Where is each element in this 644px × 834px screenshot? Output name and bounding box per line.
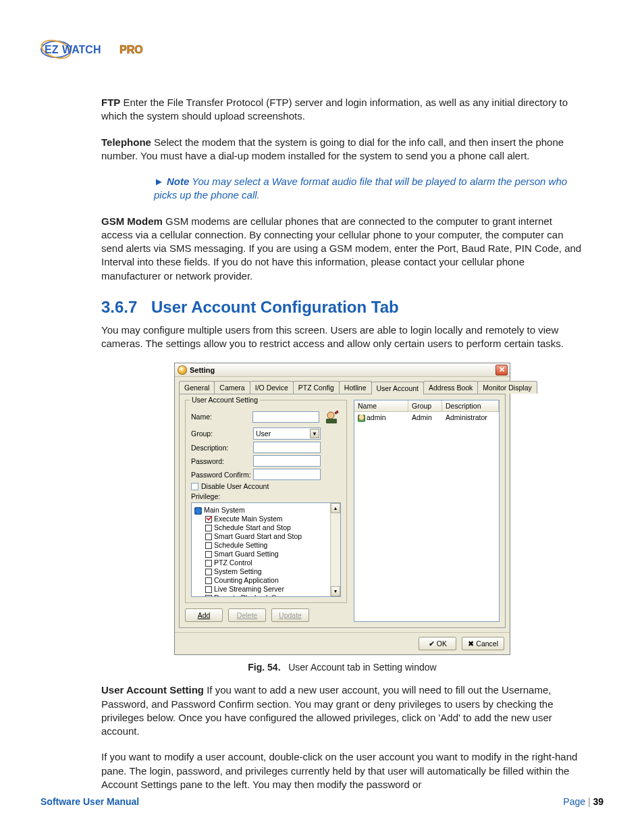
priv-label: Smart Guard Setting bbox=[214, 550, 279, 558]
priv-label: PTZ Control bbox=[214, 558, 252, 567]
priv-label: Schedule Setting bbox=[214, 541, 267, 549]
footer-left: Software User Manual bbox=[41, 796, 139, 807]
app-icon bbox=[178, 365, 187, 375]
col-name[interactable]: Name bbox=[354, 400, 408, 411]
tab-strip: General Camera I/O Device PTZ Config Hot… bbox=[175, 377, 510, 394]
priv-label: Smart Guard Start and Stop bbox=[214, 532, 302, 540]
close-button[interactable]: ✕ bbox=[495, 365, 508, 375]
priv-checkbox[interactable] bbox=[205, 551, 212, 558]
ftp-label: FTP bbox=[101, 97, 120, 108]
tab-address-book[interactable]: Address Book bbox=[423, 381, 478, 394]
figure-caption: Fig. 54. User Account tab in Setting win… bbox=[101, 662, 583, 673]
priv-checkbox[interactable] bbox=[205, 525, 212, 531]
group-value: User bbox=[256, 429, 271, 438]
scroll-down-icon[interactable]: ▾ bbox=[331, 586, 340, 596]
password-confirm-label: Password Confirm: bbox=[191, 471, 253, 479]
priv-checkbox[interactable] bbox=[205, 586, 212, 593]
tab-ptz-config[interactable]: PTZ Config bbox=[293, 381, 340, 394]
priv-checkbox[interactable] bbox=[205, 569, 212, 575]
list-row[interactable]: admin Admin Administrator bbox=[354, 412, 499, 423]
delete-button[interactable]: Delete bbox=[228, 608, 266, 622]
svg-text:WATCH: WATCH bbox=[62, 44, 101, 55]
priv-label: Execute Main System bbox=[214, 515, 283, 523]
section-title: User Account Configuration Tab bbox=[151, 298, 399, 316]
svg-point-6 bbox=[327, 412, 334, 419]
ok-button[interactable]: ✔ OK bbox=[419, 637, 456, 650]
priv-checkbox[interactable] bbox=[205, 542, 212, 549]
privilege-tree[interactable]: Main System Execute Main System Schedule… bbox=[191, 502, 341, 597]
privilege-label: Privilege: bbox=[191, 492, 220, 500]
tree-scrollbar[interactable]: ▴ ▾ bbox=[330, 503, 340, 596]
row-desc: Administrator bbox=[446, 413, 499, 422]
disable-user-account-label: Disable User Account bbox=[201, 482, 269, 490]
user-account-setting-fieldset: User Account Setting Name: bbox=[185, 400, 347, 603]
description-label: Description: bbox=[191, 444, 253, 452]
priv-checkbox[interactable] bbox=[205, 577, 212, 584]
user-row-icon bbox=[358, 415, 365, 422]
priv-label: Remote Playback Server bbox=[214, 594, 292, 597]
password-label: Password: bbox=[191, 457, 253, 465]
uas-label: User Account Setting bbox=[101, 684, 204, 696]
priv-checkbox[interactable] bbox=[205, 595, 212, 597]
fieldset-legend: User Account Setting bbox=[190, 396, 260, 404]
figure-text: User Account tab in Setting window bbox=[288, 662, 436, 673]
page-footer: Software User Manual Page | 39 bbox=[41, 796, 603, 807]
priv-checkbox[interactable] bbox=[205, 560, 212, 567]
gsm-text: GSM modems are cellular phones that are … bbox=[101, 215, 581, 282]
footer-page-number: 39 bbox=[593, 796, 603, 807]
name-label: Name: bbox=[191, 413, 252, 421]
brand-logo: EZ WATCH PRO bbox=[41, 36, 603, 62]
scroll-up-icon[interactable]: ▴ bbox=[331, 503, 340, 513]
footer-right: Page | 39 bbox=[563, 796, 603, 807]
ftp-paragraph: FTP Enter the File Transfer Protocol (FT… bbox=[101, 96, 583, 124]
gsm-label: GSM Modem bbox=[101, 215, 163, 227]
tab-camera[interactable]: Camera bbox=[214, 381, 250, 394]
tab-monitor-display[interactable]: Monitor Display bbox=[477, 381, 537, 394]
col-description[interactable]: Description bbox=[442, 400, 499, 411]
footer-bar: | bbox=[585, 796, 593, 807]
priv-label: System Setting bbox=[214, 567, 262, 575]
name-input[interactable] bbox=[252, 411, 319, 423]
password-confirm-input[interactable] bbox=[253, 469, 321, 480]
disable-user-account-checkbox[interactable] bbox=[191, 483, 198, 490]
group-select[interactable]: User ▼ bbox=[253, 427, 321, 440]
priv-checkbox[interactable] bbox=[205, 516, 212, 523]
add-button[interactable]: Add bbox=[185, 608, 223, 622]
note-label: Note bbox=[167, 176, 189, 187]
description-input[interactable] bbox=[253, 442, 321, 453]
setting-dialog: Setting ✕ General Camera I/O Device PTZ … bbox=[174, 363, 510, 655]
update-button[interactable]: Update bbox=[271, 608, 309, 622]
telephone-paragraph: Telephone Select the modem that the syst… bbox=[101, 136, 583, 163]
dialog-titlebar: Setting ✕ bbox=[175, 363, 510, 377]
note-text: You may select a Wave format audio file … bbox=[154, 176, 567, 201]
uas-paragraph: User Account Setting If you want to add … bbox=[101, 683, 583, 738]
svg-text:PRO: PRO bbox=[119, 44, 143, 55]
chevron-down-icon: ▼ bbox=[310, 429, 319, 438]
group-label: Group: bbox=[191, 429, 253, 438]
note-block: ► Note You may select a Wave format audi… bbox=[154, 175, 583, 203]
modify-paragraph: If you want to modify a user account, do… bbox=[101, 750, 583, 791]
svg-rect-5 bbox=[326, 419, 337, 423]
ftp-text: Enter the File Transfer Protocol (FTP) s… bbox=[101, 97, 568, 122]
priv-label: Counting Application bbox=[214, 576, 279, 584]
svg-text:EZ: EZ bbox=[45, 44, 59, 55]
tab-user-account[interactable]: User Account bbox=[371, 382, 424, 394]
col-group[interactable]: Group bbox=[408, 400, 442, 411]
section-heading: 3.6.7User Account Configuration Tab bbox=[101, 298, 583, 317]
row-group: Admin bbox=[412, 413, 446, 422]
row-name: admin bbox=[367, 413, 386, 421]
tab-general[interactable]: General bbox=[179, 381, 215, 394]
priv-checkbox[interactable] bbox=[205, 533, 212, 540]
gsm-paragraph: GSM Modem GSM modems are cellular phones… bbox=[101, 215, 583, 283]
x-icon: ✖ bbox=[468, 640, 474, 648]
tab-hotline[interactable]: Hotline bbox=[339, 381, 372, 394]
telephone-text: Select the modem that the system is goin… bbox=[101, 136, 564, 161]
tab-io-device[interactable]: I/O Device bbox=[250, 381, 294, 394]
password-input[interactable] bbox=[253, 455, 321, 467]
user-list[interactable]: Name Group Description admin Admin Admin… bbox=[354, 400, 500, 622]
telephone-label: Telephone bbox=[101, 136, 151, 148]
tree-main-system: Main System bbox=[204, 506, 245, 514]
dialog-title: Setting bbox=[190, 366, 495, 374]
figure-label: Fig. 54. bbox=[248, 662, 280, 673]
cancel-button[interactable]: ✖ Cancel bbox=[462, 637, 504, 650]
